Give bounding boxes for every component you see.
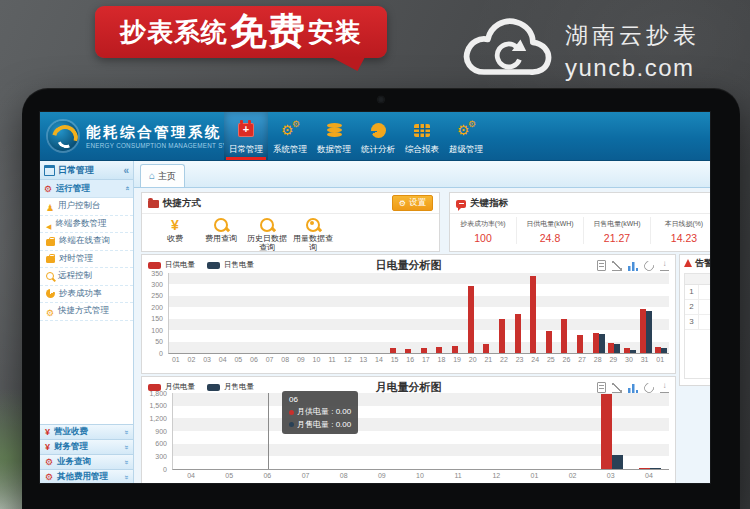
gear-red-icon	[45, 472, 53, 482]
y-axis-label: 250	[142, 292, 163, 299]
tab-bar: 主页	[134, 161, 710, 188]
nav-label: 超级管理	[449, 144, 483, 156]
alarm-row[interactable]: 2	[685, 300, 710, 315]
y-axis-label: 1,800	[142, 390, 167, 397]
brand-logo: 湖南云抄表 yuncb.com	[461, 10, 700, 92]
x-axis-label: 09	[378, 472, 386, 479]
sidebar-item-time-sync[interactable]: 对时管理	[40, 251, 133, 269]
chevrons-down-icon[interactable]	[121, 445, 130, 449]
shortcuts-panel: 快捷方式 设置 收费 费用查询	[141, 192, 440, 252]
data-view-icon[interactable]	[597, 382, 606, 393]
sidebar-item-shortcut-management[interactable]: 快捷方式管理	[40, 303, 133, 321]
alarm-row-number: 1	[685, 285, 699, 299]
x-axis-label: 08	[281, 356, 289, 363]
shortcut-history-daily-data-query[interactable]: 历史日数据查询	[244, 217, 290, 252]
data-view-icon[interactable]	[597, 260, 606, 271]
x-axis-label: 13	[359, 356, 367, 363]
kpi-value: 24.8	[517, 232, 583, 244]
kpi-value: 14.23	[651, 232, 710, 244]
database-icon	[327, 123, 342, 128]
x-axis-label: 07	[302, 472, 310, 479]
tab-label: 主页	[158, 170, 176, 183]
app-logo-icon	[48, 121, 78, 151]
save-image-icon[interactable]	[660, 260, 669, 271]
sidebar-section-other-fees[interactable]: 其他费用管理	[40, 469, 133, 483]
bar-日供电量	[499, 319, 505, 353]
sidebar-item-label: 远程控制	[58, 270, 92, 282]
banner-highlight: 免费	[230, 7, 306, 57]
shortcut-label: 收费	[167, 234, 183, 243]
x-axis-label: 22	[500, 356, 508, 363]
bar-chart-switch-icon[interactable]	[628, 261, 638, 271]
restore-icon[interactable]	[642, 259, 656, 273]
alarm-row[interactable]: 3	[685, 315, 710, 330]
nav-label: 日常管理	[229, 144, 263, 156]
sidebar-section-operation[interactable]: 运行管理	[40, 180, 133, 198]
x-axis-label: 31	[641, 356, 649, 363]
y-axis-label: 600	[142, 440, 167, 447]
gears-icon	[456, 121, 476, 139]
sidebar-section-business-fees[interactable]: 营业收费	[40, 424, 133, 439]
settings-button[interactable]: 设置	[392, 195, 433, 211]
speaker-icon	[46, 215, 51, 233]
gears-icon	[280, 121, 300, 139]
sidebar-item-label: 终端在线查询	[59, 235, 110, 247]
main-nav: 日常管理 系统管理 数据管理 统计分析 综合报表	[224, 112, 488, 160]
bar-chart-switch-icon[interactable]	[628, 383, 638, 393]
tab-home[interactable]: 主页	[140, 164, 185, 187]
x-axis-label: 15	[391, 356, 399, 363]
alarm-row[interactable]: 1	[685, 285, 710, 300]
gear-red-icon	[44, 184, 52, 194]
bar-日供电量	[577, 335, 583, 353]
x-axis-label: 03	[203, 356, 211, 363]
y-axis-label: 900	[142, 428, 167, 435]
shortcut-label: 历史日数据查询	[244, 234, 290, 252]
sidebar-item-remote-control[interactable]: 远程控制	[40, 268, 133, 286]
chevrons-down-icon[interactable]	[121, 475, 130, 479]
y-axis-label: 1,500	[142, 402, 167, 409]
alarm-table: 1 2 3	[684, 273, 710, 379]
sidebar-item-user-console[interactable]: 用户控制台	[40, 198, 133, 216]
sidebar: 日常管理 运行管理 用户控制台 终端参数管理	[40, 161, 134, 483]
sidebar-section-business-query[interactable]: 业务查询	[40, 454, 133, 469]
chevrons-up-icon[interactable]	[122, 186, 131, 190]
sidebar-section-finance-management[interactable]: 财务管理	[40, 439, 133, 454]
banner-text: 抄表系统	[120, 15, 228, 50]
x-axis-label: 10	[416, 472, 424, 479]
alarm-panel: 告警 1 2 3	[679, 254, 710, 386]
nav-item-daily-management[interactable]: 日常管理	[224, 112, 268, 160]
chart-toolbar	[597, 260, 669, 271]
x-axis-label: 05	[225, 472, 233, 479]
shortcut-fee-query[interactable]: 费用查询	[198, 217, 244, 252]
chevrons-down-icon[interactable]	[121, 430, 130, 434]
shortcut-charge[interactable]: 收费	[152, 217, 198, 252]
sidebar-item-terminal-params[interactable]: 终端参数管理	[40, 216, 133, 234]
shortcut-usage-data-query[interactable]: 用量数据查询	[290, 217, 336, 252]
sidebar-panel-header[interactable]: 日常管理	[40, 161, 133, 180]
chart-tooltip: 06 月供电量 : 0.00 月售电量 : 0.00	[282, 391, 358, 434]
magnifier-plus-icon	[306, 218, 320, 232]
line-chart-switch-icon[interactable]	[612, 383, 622, 393]
bar-日供电量	[405, 349, 411, 353]
save-image-icon[interactable]	[660, 382, 669, 393]
app-logo: 能耗综合管理系统 ENERGY CONSUMPTION MANAGEMENT S…	[48, 112, 218, 160]
x-axis-label: 19	[453, 356, 461, 363]
nav-item-reports[interactable]: 综合报表	[400, 112, 444, 160]
chevrons-down-icon[interactable]	[121, 460, 130, 464]
nav-item-super-management[interactable]: 超级管理	[444, 112, 488, 160]
kpi-daily-supply: 日供电量(kWH) 24.8	[517, 217, 584, 244]
nav-item-system-management[interactable]: 系统管理	[268, 112, 312, 160]
y-axis-label: 300	[142, 281, 163, 288]
bar-日售电量	[646, 311, 652, 354]
line-chart-switch-icon[interactable]	[612, 261, 622, 271]
sidebar-item-label: 终端参数管理	[55, 218, 106, 230]
sidebar-item-terminal-online[interactable]: 终端在线查询	[40, 233, 133, 251]
sidebar-section-label: 运行管理	[56, 183, 90, 195]
nav-item-data-management[interactable]: 数据管理	[312, 112, 356, 160]
tooltip-row-text: 月售电量 : 0.00	[297, 419, 351, 431]
y-axis-label: 0	[142, 466, 167, 473]
nav-item-statistics[interactable]: 统计分析	[356, 112, 400, 160]
sidebar-item-read-success-rate[interactable]: 抄表成功率	[40, 286, 133, 304]
chevrons-left-icon[interactable]	[123, 165, 129, 176]
panel-icon	[44, 165, 55, 176]
